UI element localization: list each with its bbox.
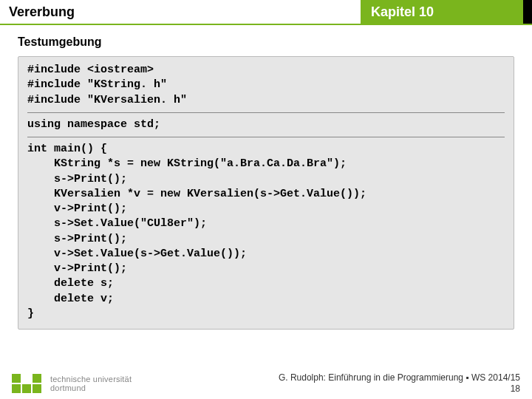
slide-footer: technische universität dortmund G. Rudol… xyxy=(0,372,532,395)
tu-logo-icon xyxy=(12,374,44,395)
code-main-line: s->Print(); xyxy=(27,233,127,245)
slide-content: Testumgebung #include <iostream> #includ… xyxy=(0,25,532,330)
section-subtitle: Testumgebung xyxy=(18,35,514,49)
code-main-line: s->Print(); xyxy=(27,173,127,185)
header-left-title: Vererbung xyxy=(0,0,361,24)
code-main-line: int main() { xyxy=(27,143,107,155)
page-number: 18 xyxy=(279,383,520,395)
code-main-line: KString *s = new KString("a.Bra.Ca.Da.Br… xyxy=(27,157,347,170)
code-main-line: delete v; xyxy=(27,293,114,305)
university-name: technische universität dortmund xyxy=(50,375,132,392)
code-include-line: #include "KString. h" xyxy=(27,78,167,91)
footer-credit: G. Rudolph: Einführung in die Programmie… xyxy=(279,372,520,395)
code-main-line: v->Print(); xyxy=(27,202,127,215)
header-black-edge xyxy=(523,0,532,24)
code-main-line: v->Set.Value(s->Get.Value()); xyxy=(27,248,247,260)
code-main-line: KVersalien *v = new KVersalien(s->Get.Va… xyxy=(27,188,366,200)
header-right-chapter: Kapitel 10 xyxy=(361,0,523,24)
code-divider xyxy=(27,137,505,137)
code-divider xyxy=(27,112,505,113)
code-box: #include <iostream> #include "KString. h… xyxy=(18,56,514,330)
code-using-line: using namespace std; xyxy=(27,118,160,131)
code-main-line: v->Print(); xyxy=(27,262,127,275)
slide-header: Vererbung Kapitel 10 xyxy=(0,0,532,25)
code-main-line: } xyxy=(27,307,34,320)
credit-text: G. Rudolph: Einführung in die Programmie… xyxy=(279,372,520,383)
code-main-line: s->Set.Value("CUl8er"); xyxy=(27,217,207,230)
code-main-line: delete s; xyxy=(27,277,114,290)
university-name-line2: dortmund xyxy=(50,384,132,393)
code-include-line: #include "KVersalien. h" xyxy=(27,94,187,106)
code-include-line: #include <iostream> xyxy=(27,64,154,76)
university-logo: technische universität dortmund xyxy=(12,374,132,395)
